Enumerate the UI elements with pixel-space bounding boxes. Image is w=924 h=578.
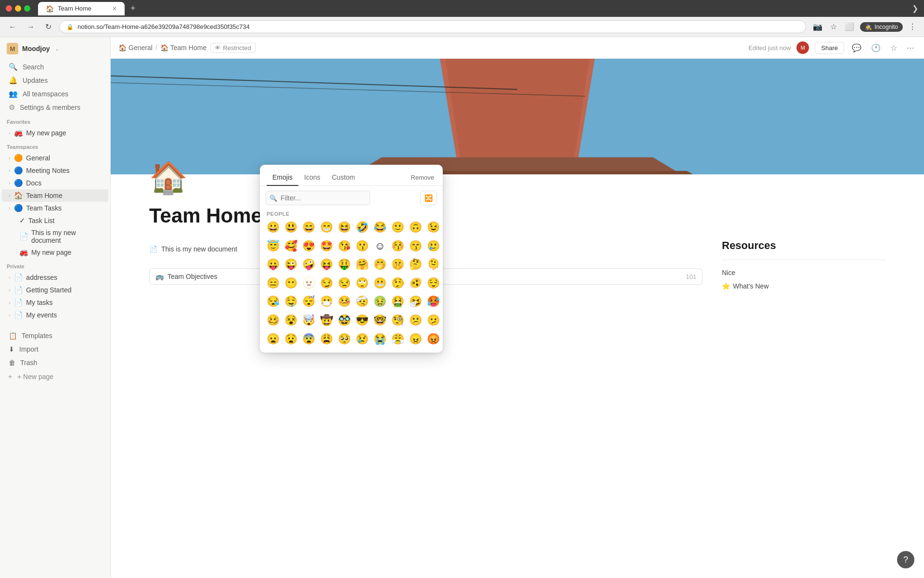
- emoji-cell[interactable]: 🤯: [300, 312, 317, 329]
- sidebar-item-docs[interactable]: › 🔵 Docs: [2, 177, 108, 189]
- breadcrumb-team-home[interactable]: 🏠 Team Home: [160, 44, 206, 52]
- emoji-cell[interactable]: 😆: [336, 219, 353, 236]
- share-button[interactable]: Share: [815, 42, 844, 54]
- sidebar-item-team-home[interactable]: › 🏠 Team Home: [2, 189, 108, 202]
- emoji-cell[interactable]: 🥺: [336, 330, 353, 348]
- emoji-cell[interactable]: 🙃: [407, 219, 424, 236]
- emoji-cell[interactable]: 🥲: [425, 237, 442, 255]
- emoji-cell[interactable]: 🤗: [354, 256, 371, 274]
- emoji-cell[interactable]: 😗: [354, 237, 371, 255]
- breadcrumb-general[interactable]: 🏠 General: [118, 44, 153, 52]
- emoji-cell[interactable]: 🤤: [282, 293, 299, 311]
- emoji-cell[interactable]: 😙: [407, 237, 424, 255]
- tab-close-btn[interactable]: ✕: [112, 5, 117, 12]
- emoji-cell[interactable]: ☺️: [372, 237, 388, 255]
- emoji-cell[interactable]: 🤪: [300, 256, 317, 274]
- sidebar-item-getting-started[interactable]: › 📄 Getting Started: [2, 284, 108, 296]
- sidebar-item-addresses[interactable]: › 📄 addresses: [2, 271, 108, 284]
- emoji-cell[interactable]: 😶: [282, 275, 299, 292]
- more-options-btn[interactable]: ⋯: [905, 41, 916, 54]
- reading-mode-icon[interactable]: ⬜: [843, 20, 856, 33]
- back-btn[interactable]: ←: [6, 21, 19, 33]
- emoji-cell[interactable]: 🥰: [282, 237, 299, 255]
- emoji-cell[interactable]: 🤓: [372, 312, 388, 329]
- emoji-remove-btn[interactable]: Remove: [409, 170, 436, 185]
- emoji-cell[interactable]: 😒: [336, 275, 353, 292]
- emoji-cell[interactable]: 😢: [354, 330, 371, 348]
- favorite-btn[interactable]: ☆: [888, 41, 899, 54]
- sidebar-item-search[interactable]: 🔍 Search: [2, 60, 108, 74]
- emoji-cell[interactable]: 🤥: [389, 275, 406, 292]
- help-btn[interactable]: ?: [897, 551, 914, 568]
- emoji-cell[interactable]: 🤫: [389, 256, 406, 274]
- emoji-cell[interactable]: 😵: [282, 312, 299, 329]
- emoji-cell[interactable]: 😘: [336, 237, 353, 255]
- emoji-cell[interactable]: 🤣: [354, 219, 371, 236]
- emoji-cell[interactable]: 😧: [282, 330, 299, 348]
- emoji-cell[interactable]: 😝: [318, 256, 335, 274]
- sidebar-item-my-new-page-fav[interactable]: › 🚒 My new page: [2, 127, 108, 139]
- resource-item-nice[interactable]: Nice: [722, 266, 886, 279]
- resource-item-whats-new[interactable]: ⭐ What's New: [722, 279, 886, 293]
- new-page-btn[interactable]: ＋ + New page: [0, 369, 110, 384]
- sidebar-item-settings[interactable]: ⚙ Settings & members: [2, 101, 108, 114]
- sidebar-item-updates[interactable]: 🔔 Updates: [2, 74, 108, 87]
- emoji-cell[interactable]: 🤠: [318, 312, 335, 329]
- emoji-cell[interactable]: 😴: [300, 293, 317, 311]
- emoji-cell[interactable]: 😨: [300, 330, 317, 348]
- emoji-search-input[interactable]: [266, 191, 370, 205]
- emoji-cell[interactable]: 🥸: [336, 312, 353, 329]
- emoji-cell[interactable]: 😦: [265, 330, 282, 348]
- emoji-cell[interactable]: 🤑: [336, 256, 353, 274]
- emoji-tab-emojis[interactable]: Emojis: [267, 170, 298, 186]
- sidebar-item-trash[interactable]: 🗑 Trash: [2, 356, 108, 369]
- url-bar[interactable]: 🔒 notion.so/Team-Home-a626e39209a748798e…: [59, 20, 806, 33]
- emoji-cell[interactable]: 😚: [389, 237, 406, 255]
- emoji-cell[interactable]: 😤: [389, 330, 406, 348]
- emoji-cell[interactable]: 🤒: [336, 293, 353, 311]
- sidebar-item-meeting-notes[interactable]: › 🔵 Meeting Notes: [2, 164, 108, 177]
- maximize-window-btn[interactable]: [24, 5, 30, 12]
- emoji-cell[interactable]: 🤩: [318, 237, 335, 255]
- emoji-cell[interactable]: 🤧: [407, 293, 424, 311]
- minimize-window-btn[interactable]: [15, 5, 21, 12]
- sidebar-item-my-tasks[interactable]: › 📄 My tasks: [2, 296, 108, 309]
- emoji-cell[interactable]: 😩: [318, 330, 335, 348]
- sidebar-item-general[interactable]: › 🟠 General: [2, 152, 108, 164]
- sidebar-item-task-list[interactable]: ✓ Task List: [2, 214, 108, 227]
- sidebar-item-new-document[interactable]: 📄 This is my new document: [2, 227, 108, 246]
- sidebar-item-all-teamspaces[interactable]: 👥 All teamspaces: [2, 87, 108, 101]
- browser-tab-active[interactable]: 🏠 Team Home ✕: [38, 2, 125, 15]
- emoji-cell[interactable]: 😎: [354, 312, 371, 329]
- close-window-btn[interactable]: [6, 5, 12, 12]
- emoji-cell[interactable]: 🙄: [354, 275, 371, 292]
- emoji-cell[interactable]: 😁: [318, 219, 335, 236]
- emoji-cell[interactable]: 🫨: [407, 275, 424, 292]
- emoji-cell[interactable]: 🥵: [425, 293, 442, 311]
- emoji-cell[interactable]: 😀: [265, 219, 282, 236]
- emoji-cell[interactable]: 🫠: [425, 256, 442, 274]
- emoji-cell[interactable]: 🤢: [372, 293, 388, 311]
- emoji-tab-custom[interactable]: Custom: [326, 170, 360, 186]
- emoji-cell[interactable]: 😇: [265, 237, 282, 255]
- emoji-cell[interactable]: 😏: [318, 275, 335, 292]
- emoji-cell[interactable]: 😪: [265, 293, 282, 311]
- emoji-cell[interactable]: 🤕: [354, 293, 371, 311]
- sidebar-item-my-new-page[interactable]: 🚒 My new page: [2, 246, 108, 259]
- emoji-cell[interactable]: 🧐: [389, 312, 406, 329]
- menu-btn[interactable]: ⋮: [907, 20, 918, 33]
- emoji-cell[interactable]: 🤭: [372, 256, 388, 274]
- emoji-cell[interactable]: 😂: [372, 219, 388, 236]
- forward-btn[interactable]: →: [24, 21, 38, 33]
- emoji-cell[interactable]: 🤔: [407, 256, 424, 274]
- emoji-cell[interactable]: 😉: [425, 219, 442, 236]
- browser-collapse-icon[interactable]: ❯: [912, 4, 918, 13]
- sidebar-item-import[interactable]: ⬇ Import: [2, 342, 108, 356]
- restricted-badge[interactable]: 👁 Restricted: [210, 43, 256, 53]
- bookmark-icon[interactable]: ☆: [828, 20, 839, 33]
- workspace-header[interactable]: M Moodjoy ⌄: [0, 37, 110, 60]
- emoji-cell[interactable]: 🙂: [389, 219, 406, 236]
- emoji-shuffle-btn[interactable]: 🔀: [420, 191, 437, 205]
- comment-btn[interactable]: 💬: [850, 41, 863, 54]
- emoji-cell[interactable]: 😜: [282, 256, 299, 274]
